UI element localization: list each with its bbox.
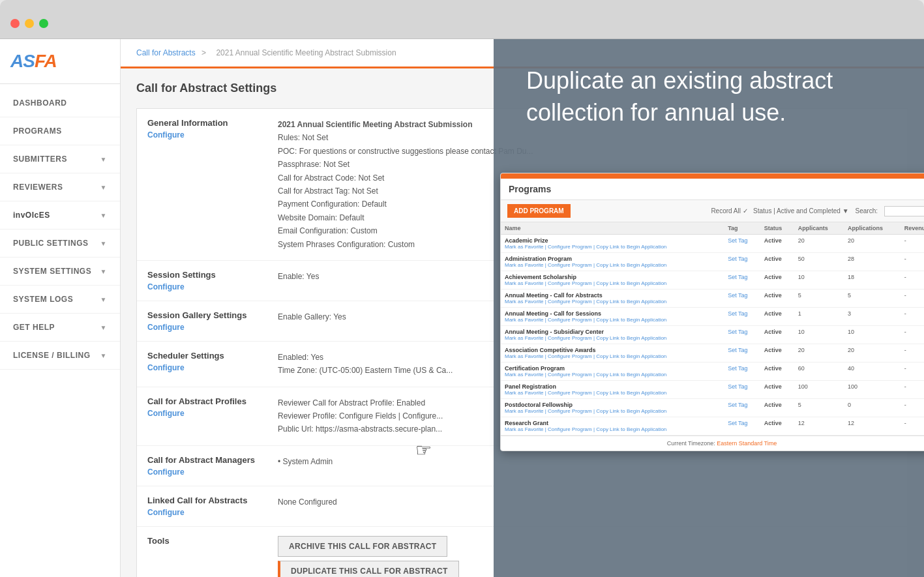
col-revenue: Revenue — [901, 222, 924, 235]
cell-name: Annual Meeting - Call for Sessions Mark … — [501, 308, 724, 326]
chevron-icon: ▼ — [100, 240, 107, 247]
table-row: Research Grant Mark as Favorite | Config… — [501, 417, 924, 436]
sidebar-item-invoices[interactable]: invOIcES ▼ — [0, 201, 120, 229]
programs-search-input[interactable] — [884, 206, 924, 216]
table-row: Annual Meeting - Call for Abstracts Mark… — [501, 289, 924, 308]
programs-toolbar: ADD PROGRAM Record All ✓ Status | Active… — [501, 200, 924, 222]
timezone-link[interactable]: Eastern Standard Time — [717, 440, 777, 447]
cell-tag[interactable]: Set Tag — [724, 253, 760, 271]
sidebar-nav: DASHBOARD PROGRAMS SUBMITTERS ▼ REVIEWER… — [0, 84, 120, 370]
settings-label-general: General Information — [147, 118, 228, 128]
programs-table: Name Tag Status Applicants Applications … — [501, 222, 924, 436]
settings-label-profiles: Call for Abstract Profiles — [147, 396, 246, 406]
cell-revenue: - — [901, 253, 924, 271]
cell-revenue: - — [901, 289, 924, 308]
sidebar-item-programs[interactable]: PROGRAMS — [0, 117, 120, 145]
sidebar-item-system-settings[interactable]: SYSTEM SETTINGS ▼ — [0, 258, 120, 286]
breadcrumb-parent[interactable]: Call for Abstracts — [136, 48, 196, 57]
cell-applications: 20 — [844, 235, 901, 253]
cell-applicants: 5 — [794, 289, 844, 308]
configure-link-session[interactable]: Configure — [147, 282, 278, 291]
cell-name: Academic Prize Mark as Favorite | Config… — [501, 235, 724, 253]
settings-label-tools: Tools — [147, 536, 170, 546]
minimize-button[interactable] — [25, 19, 34, 28]
cell-tag[interactable]: Set Tag — [724, 235, 760, 253]
cell-revenue: - — [901, 344, 924, 362]
cell-revenue: - — [901, 362, 924, 381]
table-row: Association Competitive Awards Mark as F… — [501, 344, 924, 362]
cell-name: Administration Program Mark as Favorite … — [501, 253, 724, 271]
close-button[interactable] — [10, 19, 20, 28]
cell-name: Achievement Scholarship Mark as Favorite… — [501, 271, 724, 289]
programs-screenshot: Programs ADD PROGRAM Record All ✓ Status… — [500, 173, 924, 451]
cell-tag[interactable]: Set Tag — [724, 326, 760, 344]
cell-tag[interactable]: Set Tag — [724, 308, 760, 326]
table-row: Certification Program Mark as Favorite |… — [501, 362, 924, 381]
configure-link-managers[interactable]: Configure — [147, 467, 278, 477]
sidebar-item-license-billing[interactable]: LICENSE / BILLING ▼ — [0, 342, 120, 370]
cell-applicants: 100 — [794, 381, 844, 399]
cell-tag[interactable]: Set Tag — [724, 271, 760, 289]
configure-link-gallery[interactable]: Configure — [147, 323, 278, 332]
table-row: Postdoctoral Fellowship Mark as Favorite… — [501, 399, 924, 417]
table-row: Academic Prize Mark as Favorite | Config… — [501, 235, 924, 253]
sidebar-item-system-logs[interactable]: SYSTEM LOGS ▼ — [0, 286, 120, 314]
sidebar-item-get-help[interactable]: GET HELP ▼ — [0, 314, 120, 342]
programs-footer: Current Timezone: Eastern Standard Time — [501, 436, 924, 451]
overlay-panel: Duplicate an existing abstract collectio… — [494, 39, 924, 577]
cell-name: Annual Meeting - Subsidiary Center Mark … — [501, 326, 724, 344]
cell-status: Active — [760, 253, 794, 271]
cell-revenue: - — [901, 417, 924, 436]
chevron-icon: ▼ — [100, 156, 107, 163]
duplicate-button[interactable]: DUPLICATE THIS CALL FOR ABSTRACT — [278, 561, 459, 577]
cell-applications: 100 — [844, 381, 901, 399]
cell-tag[interactable]: Set Tag — [724, 381, 760, 399]
cell-status: Active — [760, 417, 794, 436]
cell-name: Panel Registration Mark as Favorite | Co… — [501, 381, 724, 399]
cell-tag[interactable]: Set Tag — [724, 344, 760, 362]
cell-applications: 12 — [844, 417, 901, 436]
configure-link-profiles[interactable]: Configure — [147, 409, 278, 418]
cell-status: Active — [760, 326, 794, 344]
configure-link-scheduler[interactable]: Configure — [147, 363, 278, 372]
cell-applicants: 20 — [794, 344, 844, 362]
chevron-icon: ▼ — [100, 296, 107, 303]
browser-chrome — [0, 0, 924, 39]
programs-filter[interactable]: Record All ✓ Status | Active and Complet… — [711, 207, 848, 215]
cell-tag[interactable]: Set Tag — [724, 399, 760, 417]
cell-tag[interactable]: Set Tag — [724, 362, 760, 381]
archive-button[interactable]: ARCHIVE THIS CALL FOR ABSTRACT — [278, 536, 447, 557]
cell-name: Research Grant Mark as Favorite | Config… — [501, 417, 724, 436]
cell-status: Active — [760, 271, 794, 289]
cell-name: Annual Meeting - Call for Abstracts Mark… — [501, 289, 724, 308]
maximize-button[interactable] — [39, 19, 48, 28]
cell-tag[interactable]: Set Tag — [724, 289, 760, 308]
cell-applicants: 12 — [794, 417, 844, 436]
cell-name: Postdoctoral Fellowship Mark as Favorite… — [501, 399, 724, 417]
sidebar-item-dashboard[interactable]: DASHBOARD — [0, 89, 120, 117]
table-row: Administration Program Mark as Favorite … — [501, 253, 924, 271]
cell-tag[interactable]: Set Tag — [724, 417, 760, 436]
sidebar-item-public-settings[interactable]: PUBLIC SETTINGS ▼ — [0, 229, 120, 258]
col-applications: Applications — [844, 222, 901, 235]
table-row: Annual Meeting - Subsidiary Center Mark … — [501, 326, 924, 344]
cell-revenue: - — [901, 308, 924, 326]
add-program-button[interactable]: ADD PROGRAM — [507, 204, 571, 218]
configure-link-general[interactable]: Configure — [147, 130, 278, 140]
breadcrumb-current: 2021 Annual Scientific Meeting Abstract … — [216, 48, 396, 57]
overlay-text: Duplicate an existing abstract collectio… — [526, 65, 891, 128]
cell-revenue: - — [901, 381, 924, 399]
cell-applicants: 5 — [794, 399, 844, 417]
cell-applications: 5 — [844, 289, 901, 308]
cell-applicants: 1 — [794, 308, 844, 326]
sidebar-item-submitters[interactable]: SUBMITTERS ▼ — [0, 145, 120, 173]
cell-applications: 28 — [844, 253, 901, 271]
configure-link-linked[interactable]: Configure — [147, 508, 278, 517]
cell-revenue: - — [901, 399, 924, 417]
cell-applicants: 10 — [794, 326, 844, 344]
cell-applications: 10 — [844, 326, 901, 344]
table-row: Annual Meeting - Call for Sessions Mark … — [501, 308, 924, 326]
chevron-icon: ▼ — [100, 268, 107, 275]
sidebar-item-reviewers[interactable]: REVIEWERS ▼ — [0, 173, 120, 201]
table-row: Panel Registration Mark as Favorite | Co… — [501, 381, 924, 399]
